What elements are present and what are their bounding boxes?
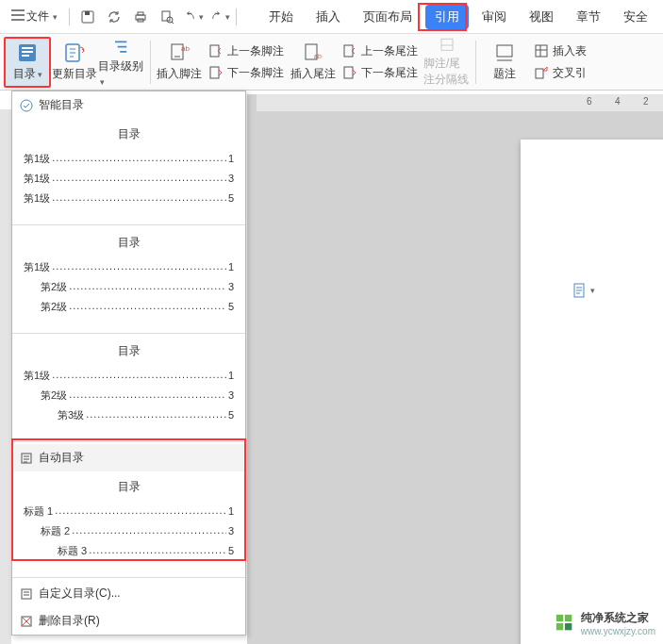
footnote-icon: ab <box>168 41 191 64</box>
update-toc-label: 更新目录 <box>52 66 97 82</box>
toc-fill <box>67 280 226 290</box>
insert-table-button[interactable]: 插入表 <box>528 41 592 62</box>
insert-footnote-button[interactable]: ab 插入脚注 <box>156 37 203 88</box>
toc-level-icon <box>110 37 133 57</box>
toc-line-page: 1 <box>226 153 234 164</box>
toc-line-page: 1 <box>226 261 234 272</box>
field-widget[interactable]: ▾ <box>573 283 595 298</box>
toc-group: 目录▾ 更新目录 目录级别▾ <box>4 37 145 88</box>
svg-text:ab: ab <box>314 53 322 59</box>
toc-title: 目录 <box>24 126 234 142</box>
toc-dropdown-button[interactable]: 目录▾ <box>4 37 51 88</box>
chevron-down-icon: ▾ <box>199 12 204 22</box>
chevron-down-icon: ▾ <box>100 77 105 87</box>
tab-security[interactable]: 安全 <box>614 5 657 29</box>
toc-preview-2[interactable]: 目录第1级1第2级3第2级5 <box>12 227 245 331</box>
separator-icon <box>436 37 458 54</box>
chevron-down-icon: ▾ <box>53 12 58 22</box>
quick-access-toolbar: ▾ ▾ <box>77 7 230 27</box>
svg-rect-10 <box>22 55 29 57</box>
toc-line: 第1级3 <box>24 172 234 186</box>
tab-review[interactable]: 审阅 <box>472 5 516 29</box>
undo-icon[interactable]: ▾ <box>183 7 204 27</box>
file-menu[interactable]: 文件 ▾ <box>6 5 63 28</box>
toc-line: 第2级5 <box>24 300 234 314</box>
smart-toc-icon <box>20 99 33 112</box>
cross-reference-button[interactable]: 交叉引 <box>528 62 592 84</box>
next-footnote-label: 下一条脚注 <box>227 65 284 81</box>
toc-line-label: 第2级 <box>41 388 67 403</box>
table-icon <box>534 43 549 58</box>
next-endnote-button[interactable]: 下一条尾注 <box>337 62 423 84</box>
footnote-endnote-separator-button[interactable]: 脚注/尾注分隔线 <box>423 37 471 88</box>
custom-toc-item[interactable]: 自定义目录(C)... <box>12 580 245 607</box>
auto-toc-header[interactable]: 自动目录 <box>12 444 245 471</box>
tab-insert[interactable]: 插入 <box>307 5 350 29</box>
sync-icon[interactable] <box>104 7 124 27</box>
watermark-url: www.ycwxjzy.com <box>581 626 655 636</box>
toc-fill <box>50 260 226 271</box>
toc-line-label: 标题 2 <box>41 524 70 538</box>
separator <box>12 224 245 225</box>
toc-line-page: 5 <box>226 545 234 556</box>
ribbon: 目录▾ 更新目录 目录级别▾ ab 插入脚注 上一条脚注 下一条脚注 <box>0 34 663 91</box>
next-footnote-button[interactable]: 下一条脚注 <box>203 62 290 84</box>
print-icon[interactable] <box>130 7 151 27</box>
redo-icon[interactable]: ▾ <box>209 7 230 27</box>
custom-toc-icon <box>20 587 33 601</box>
chevron-down-icon: ▾ <box>590 286 595 295</box>
auto-toc-label: 自动目录 <box>39 450 84 466</box>
menu-bar: 文件 ▾ ▾ ▾ 开始 插入 页面布局 引用 审阅 视图 章节 安全 <box>0 0 663 34</box>
next-footnote-icon <box>208 65 224 80</box>
toc-line: 第1级1 <box>24 260 234 274</box>
smart-toc-label: 智能目录 <box>39 97 84 113</box>
prev-endnote-button[interactable]: 上一条尾注 <box>337 41 423 62</box>
svg-rect-20 <box>441 39 453 50</box>
smart-toc-item[interactable]: 智能目录 <box>12 91 245 119</box>
svg-rect-30 <box>565 615 572 621</box>
document-page[interactable]: ▾ <box>521 140 663 644</box>
delete-toc-item[interactable]: 删除目录(R) <box>12 607 245 635</box>
toc-preview-3[interactable]: 目录第1级1第2级3第3级5 <box>12 336 245 439</box>
update-toc-button[interactable]: 更新目录 <box>51 37 98 88</box>
toc-level-button[interactable]: 目录级别▾ <box>98 37 145 88</box>
toc-line-label: 第2级 <box>41 300 67 314</box>
toc-line-label: 标题 3 <box>58 544 87 558</box>
toc-fill <box>84 408 226 419</box>
caption-button[interactable]: 题注 <box>481 37 528 88</box>
tab-references[interactable]: 引用 <box>425 5 469 29</box>
toc-icon <box>16 41 39 64</box>
insert-endnote-button[interactable]: ab 插入尾注 <box>290 37 337 88</box>
toc-label: 目录 <box>13 67 36 80</box>
toc-fill <box>53 504 226 515</box>
toc-level-label: 目录级别 <box>98 59 143 73</box>
horizontal-ruler[interactable]: 6 4 2 2 <box>257 94 663 111</box>
footnote-group: ab 插入脚注 上一条脚注 下一条脚注 ab 插入尾注 上一条尾注 <box>156 37 471 88</box>
tab-pagelayout[interactable]: 页面布局 <box>354 5 422 29</box>
separator <box>12 577 245 578</box>
ref-stack: 插入表 交叉引 <box>528 37 592 88</box>
prev-footnote-icon <box>208 43 224 58</box>
save-icon[interactable] <box>77 7 98 27</box>
auto-toc-preview[interactable]: 目录 标题 11标题 23标题 35 <box>12 471 245 575</box>
print-preview-icon[interactable] <box>157 7 177 27</box>
toc-preview-1[interactable]: 目录第1级1第1级3第1级5 <box>12 119 245 223</box>
toc-title: 目录 <box>24 235 234 251</box>
separator <box>236 8 237 25</box>
toc-line-page: 1 <box>226 370 234 381</box>
ruler-mark: 4 <box>615 96 621 107</box>
svg-rect-22 <box>536 45 547 57</box>
watermark-title: 纯净系统之家 <box>581 610 655 626</box>
toc-line-label: 第1级 <box>24 260 50 274</box>
svg-text:ab: ab <box>181 44 190 53</box>
toc-line-label: 第3级 <box>58 408 84 422</box>
toc-line: 第2级3 <box>24 388 234 403</box>
tab-home[interactable]: 开始 <box>259 5 303 29</box>
separator <box>69 8 70 25</box>
prev-footnote-button[interactable]: 上一条脚注 <box>203 41 290 62</box>
tab-chapter[interactable]: 章节 <box>567 5 610 29</box>
ruler-mark: 6 <box>587 96 592 107</box>
tab-view[interactable]: 视图 <box>520 5 563 29</box>
toc-line: 标题 11 <box>24 504 234 519</box>
toc-fill <box>50 369 226 379</box>
